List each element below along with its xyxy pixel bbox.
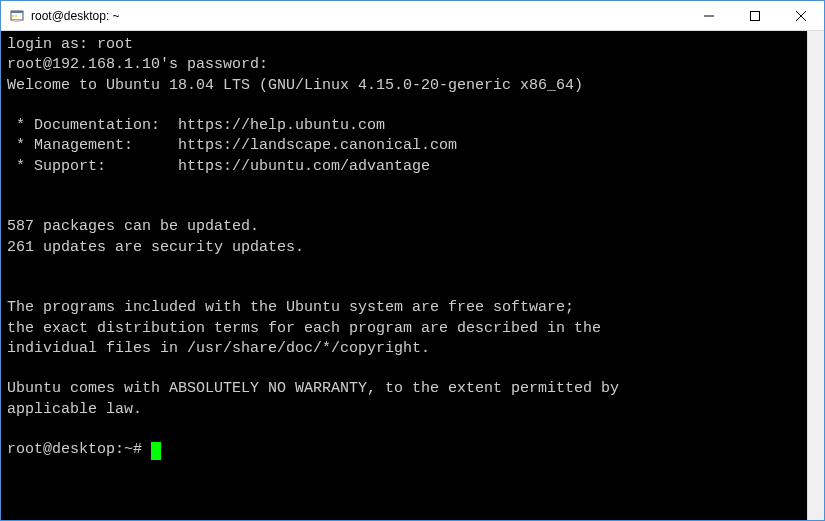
maximize-button[interactable] (732, 1, 778, 30)
terminal-line: The programs included with the Ubuntu sy… (7, 298, 801, 318)
terminal-line (7, 177, 801, 197)
terminal-line: login as: root (7, 35, 801, 55)
terminal-line (7, 278, 801, 298)
close-button[interactable] (778, 1, 824, 30)
svg-point-3 (12, 15, 14, 17)
terminal-line: the exact distribution terms for each pr… (7, 319, 801, 339)
terminal-line (7, 258, 801, 278)
terminal-line: 587 packages can be updated. (7, 217, 801, 237)
svg-rect-2 (14, 20, 20, 22)
terminal-line (7, 96, 801, 116)
terminal-line (7, 420, 801, 440)
minimize-button[interactable] (686, 1, 732, 30)
terminal-line: * Support: https://ubuntu.com/advantage (7, 157, 801, 177)
terminal-output[interactable]: login as: rootroot@192.168.1.10's passwo… (1, 31, 807, 520)
svg-rect-6 (751, 11, 760, 20)
window-titlebar[interactable]: root@desktop: ~ (1, 1, 824, 31)
vertical-scrollbar[interactable] (807, 31, 824, 520)
terminal-line: * Documentation: https://help.ubuntu.com (7, 116, 801, 136)
terminal-line: 261 updates are security updates. (7, 238, 801, 258)
svg-rect-1 (11, 11, 23, 13)
window-controls (686, 1, 824, 30)
terminal-line: Welcome to Ubuntu 18.04 LTS (GNU/Linux 4… (7, 76, 801, 96)
svg-point-4 (15, 15, 17, 17)
terminal-line: root@192.168.1.10's password: (7, 55, 801, 75)
terminal-line: * Management: https://landscape.canonica… (7, 136, 801, 156)
shell-prompt: root@desktop:~# (7, 441, 151, 458)
terminal-line: applicable law. (7, 400, 801, 420)
terminal-prompt-line: root@desktop:~# (7, 440, 801, 460)
terminal-line (7, 359, 801, 379)
terminal-line (7, 197, 801, 217)
terminal-line: individual files in /usr/share/doc/*/cop… (7, 339, 801, 359)
putty-icon (9, 8, 25, 24)
terminal-cursor (151, 442, 161, 460)
window-title: root@desktop: ~ (31, 9, 686, 23)
terminal-line: Ubuntu comes with ABSOLUTELY NO WARRANTY… (7, 379, 801, 399)
